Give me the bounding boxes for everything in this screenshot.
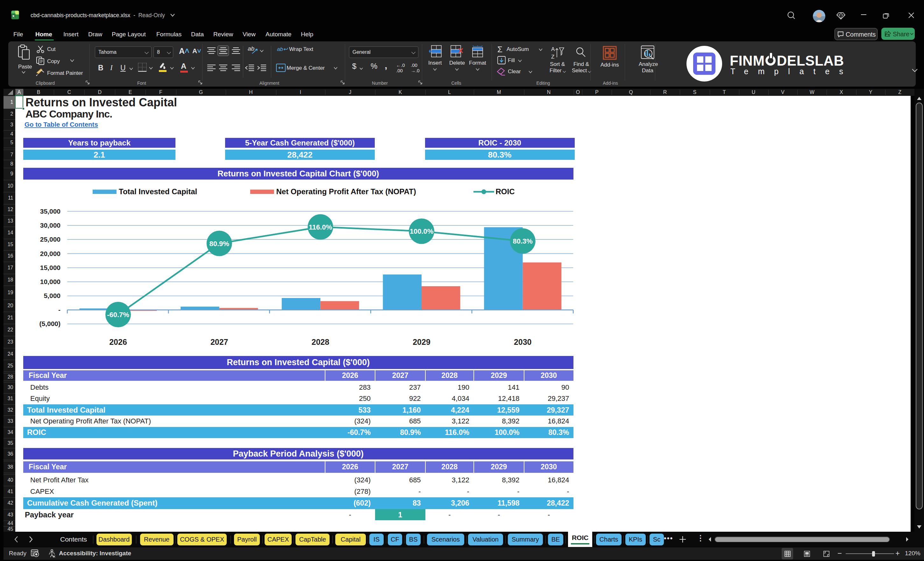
svg-text:2026: 2026 (109, 338, 127, 346)
svg-text:80.3%: 80.3% (513, 237, 532, 245)
svg-text:30,000: 30,000 (40, 222, 60, 229)
svg-text:100.0%: 100.0% (410, 227, 434, 235)
svg-text:2029: 2029 (412, 338, 430, 346)
svg-text:35,000: 35,000 (40, 208, 60, 215)
svg-text:20,000: 20,000 (40, 250, 60, 257)
svg-text:ROIC: ROIC (496, 187, 515, 196)
svg-text:2027: 2027 (210, 338, 228, 346)
svg-text:Net Operating Profit After Tax: Net Operating Profit After Tax (NOPAT) (276, 187, 416, 196)
svg-text:80.9%: 80.9% (210, 240, 229, 248)
svg-text:Total Invested Capital: Total Invested Capital (119, 187, 197, 196)
svg-text:Z: Z (551, 54, 554, 60)
svg-text:2028: 2028 (311, 338, 329, 346)
svg-text:-: - (58, 306, 60, 313)
svg-text:10,000: 10,000 (40, 278, 60, 285)
svg-text:A: A (551, 46, 555, 52)
svg-text:25,000: 25,000 (40, 236, 60, 243)
svg-text:x: x (12, 14, 15, 18)
svg-text:2030: 2030 (514, 338, 532, 346)
svg-text:116.0%: 116.0% (309, 223, 332, 231)
svg-text:15,000: 15,000 (40, 264, 60, 271)
svg-text:5,000: 5,000 (44, 292, 60, 299)
svg-text:-60.7%: -60.7% (107, 311, 129, 319)
svg-text:(5,000): (5,000) (39, 320, 60, 327)
